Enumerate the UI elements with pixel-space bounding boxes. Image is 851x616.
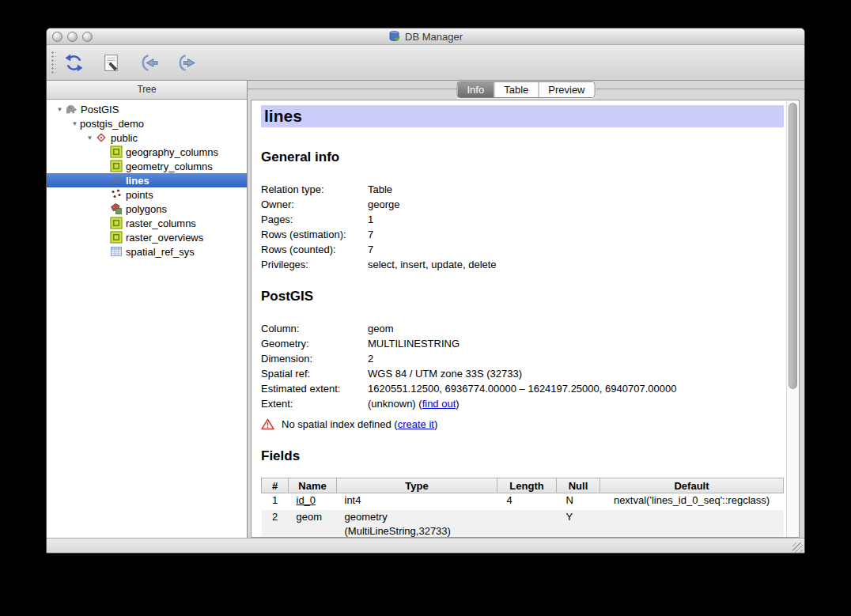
window-title: DB Manager <box>405 31 463 43</box>
general-info-heading: General info <box>261 149 784 165</box>
zoom-button[interactable] <box>82 32 93 42</box>
tree-item-points[interactable]: points <box>47 187 247 202</box>
fields-cell <box>600 510 784 538</box>
import-layer-button[interactable] <box>136 51 160 74</box>
refresh-button[interactable] <box>62 51 85 74</box>
polygons-icon <box>110 202 123 215</box>
fields-col-header: Default <box>600 478 784 493</box>
fields-cell: int4 <box>337 493 497 510</box>
tree-item-raster_overviews[interactable]: raster_overviews <box>47 230 247 244</box>
tree-panel: Tree ▼PostGIS▼postgis_demo▼publicgeograp… <box>47 81 248 538</box>
table-green-icon <box>110 145 123 158</box>
import-layer-icon <box>138 53 158 73</box>
fields-col-header: # <box>262 478 289 493</box>
points-icon <box>110 188 123 201</box>
info-label: Geometry: <box>261 336 368 351</box>
tree-item-geometry_columns[interactable]: geometry_columns <box>47 159 247 173</box>
postgis-heading: PostGIS <box>261 289 784 304</box>
find-out-link[interactable]: find out <box>422 398 456 410</box>
info-label: Owner: <box>261 197 368 212</box>
create-index-link[interactable]: create it <box>398 418 434 430</box>
tree-item-label: lines <box>126 175 149 187</box>
tree-item-label: postgis_demo <box>80 118 144 130</box>
tree-item-label: geometry_columns <box>126 161 213 172</box>
tree-item-label: points <box>126 189 153 201</box>
info-value: WGS 84 / UTM zone 33S (32733) <box>368 368 522 380</box>
table-grid-icon <box>110 245 123 258</box>
tab-info[interactable]: Info <box>457 82 494 97</box>
tree-item-spatial_ref_sys[interactable]: spatial_ref_sys <box>47 244 247 259</box>
toolbar-drag-handle[interactable] <box>51 51 56 74</box>
table-green-icon <box>110 217 123 229</box>
tree-item-PostGIS[interactable]: ▼PostGIS <box>47 102 247 116</box>
tab-table[interactable]: Table <box>494 82 538 97</box>
info-value: 7 <box>368 229 373 240</box>
info-row: Owner:george <box>261 197 784 212</box>
spatial-index-warning: No spatial index defined (create it) <box>261 417 784 432</box>
info-value: 7 <box>368 244 373 255</box>
info-value: select, insert, update, delete <box>368 259 497 270</box>
fields-cell: Y <box>557 510 600 538</box>
warning-icon <box>261 418 274 430</box>
tree-item-label: spatial_ref_sys <box>126 246 195 258</box>
info-row: Pages:1 <box>261 212 784 227</box>
info-value: 1620551.12500, 6936774.00000 – 1624197.2… <box>368 383 676 395</box>
tree-item-label: polygons <box>126 203 167 215</box>
info-label: Dimension: <box>261 351 368 366</box>
tree-item-lines[interactable]: lines <box>47 173 247 187</box>
tree-panel-header: Tree <box>47 81 247 100</box>
general-info-rows: Relation type:TableOwner:georgePages:1Ro… <box>261 182 784 272</box>
db-manager-window: DB Manager Tree ▼PostGIS▼postgis_demo▼pu… <box>46 28 805 554</box>
info-label: Rows (estimation): <box>261 227 368 242</box>
scrollbar-thumb[interactable] <box>789 103 797 389</box>
info-row: Dimension:2 <box>261 351 784 366</box>
info-value: Table <box>368 183 392 195</box>
tree-item-public[interactable]: ▼public <box>47 130 247 145</box>
info-pane: lines General info Relation type:TableOw… <box>251 100 800 538</box>
tree-item-label: PostGIS <box>81 104 119 115</box>
tree-item-label: raster_columns <box>126 217 196 229</box>
fields-row: 1id_0int44Nnextval('lines_id_0_seq'::reg… <box>262 493 784 510</box>
expander-icon[interactable]: ▼ <box>85 134 95 142</box>
resize-grip[interactable] <box>792 542 803 553</box>
info-content: lines General info Relation type:TableOw… <box>252 100 786 537</box>
info-value: geom <box>368 323 394 334</box>
tree-item-label: public <box>111 132 138 144</box>
tree-item-polygons[interactable]: polygons <box>47 202 247 216</box>
minimize-button[interactable] <box>67 32 78 42</box>
window-controls <box>52 32 93 42</box>
tab-preview[interactable]: Preview <box>538 82 594 97</box>
tab-bar: InfoTablePreview <box>456 81 595 98</box>
info-value: 2 <box>368 353 373 365</box>
tree-item-raster_columns[interactable]: raster_columns <box>47 216 247 230</box>
vertical-scrollbar[interactable] <box>786 100 799 537</box>
expander-icon[interactable]: ▼ <box>55 106 65 113</box>
status-bar <box>47 538 804 554</box>
expander-icon[interactable]: ▼ <box>70 120 80 127</box>
info-label: Rows (counted): <box>261 242 368 257</box>
table-title: lines <box>261 105 784 127</box>
info-label: Pages: <box>261 212 368 227</box>
info-label: Privileges: <box>261 257 368 272</box>
info-label: Extent: <box>261 396 368 411</box>
fields-cell: 1 <box>262 493 289 510</box>
main-area: Tree ▼PostGIS▼postgis_demo▼publicgeograp… <box>47 81 804 538</box>
info-row: Extent:(unknown) (find out) <box>261 396 784 411</box>
info-label: Column: <box>261 321 368 336</box>
export-layer-button[interactable] <box>173 51 197 74</box>
refresh-icon <box>64 53 84 73</box>
tree-item-postgis_demo[interactable]: ▼postgis_demo <box>47 116 247 130</box>
tree-item-geography_columns[interactable]: geography_columns <box>47 145 247 159</box>
sql-window-button[interactable] <box>99 51 123 74</box>
fields-cell <box>497 510 557 538</box>
info-row: Relation type:Table <box>261 182 784 197</box>
fields-col-header: Length <box>497 478 557 493</box>
info-row: Rows (counted):7 <box>261 242 784 257</box>
postgis-icon <box>65 103 78 115</box>
fields-cell: id_0 <box>289 493 337 510</box>
close-button[interactable] <box>52 32 62 42</box>
sql-window-icon <box>101 53 121 73</box>
warning-text: No spatial index defined (create it) <box>282 418 437 430</box>
tab-row: InfoTablePreview <box>248 81 804 100</box>
postgis-rows: Column:geomGeometry:MULTILINESTRINGDimen… <box>261 321 784 411</box>
